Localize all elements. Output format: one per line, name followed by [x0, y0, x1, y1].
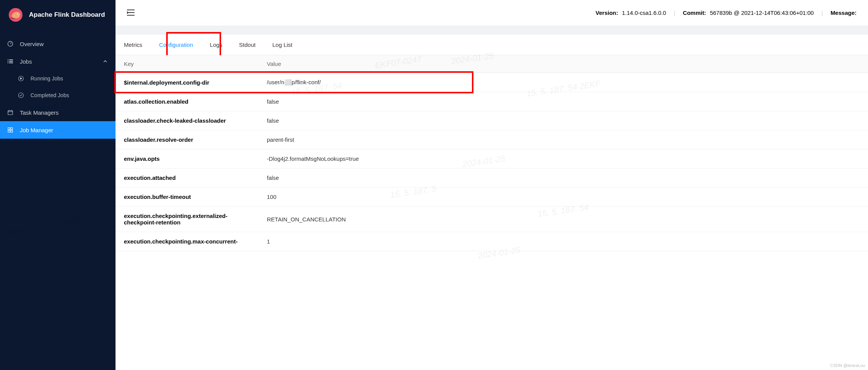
config-key: execution.attached [116, 168, 258, 187]
config-value: -Dlog4j2.formatMsgNoLookups=true [258, 149, 868, 168]
main: Version: 1.14.0-csa1.6.0.0 | Commit: 567… [116, 0, 868, 370]
nav: Overview Jobs Running Jobs [0, 32, 116, 139]
menu-toggle-icon[interactable] [127, 9, 135, 16]
sidebar-label: Overview [20, 41, 44, 47]
config-key: $internal.deployment.config-dir [116, 73, 258, 92]
csdn-watermark: CSDN @kiraraLou [830, 363, 865, 368]
commit-label: Commit: [683, 10, 706, 16]
svg-point-11 [19, 93, 24, 98]
config-value: parent-first [258, 130, 868, 149]
config-value: false [258, 168, 868, 187]
svg-rect-5 [9, 59, 13, 60]
config-key: execution.checkpointing.max-concurrent- [116, 232, 258, 251]
svg-rect-16 [11, 130, 13, 132]
config-key: execution.checkpointing.externalized-che… [116, 207, 258, 232]
svg-point-2 [18, 13, 19, 14]
check-circle-icon [18, 92, 24, 99]
sidebar-label: Job Manager [20, 127, 53, 133]
config-key: atlas.collection.enabled [116, 92, 258, 111]
topbar-info: Version: 1.14.0-csa1.6.0.0 | Commit: 567… [595, 10, 857, 16]
sidebar-label: Jobs [20, 58, 32, 65]
config-table-wrap: Key Value $internal.deployment.config-di… [116, 55, 868, 251]
content: Metrics Configuration Logs Stdout Log Li… [116, 35, 868, 251]
table-row: execution.checkpointing.max-concurrent-1 [116, 232, 868, 251]
config-value: 100 [258, 187, 868, 207]
play-circle-icon [18, 75, 24, 82]
separator: | [674, 10, 675, 16]
config-value: RETAIN_ON_CANCELLATION [258, 207, 868, 232]
svg-rect-13 [8, 128, 10, 130]
schedule-icon [7, 109, 14, 116]
table-row: classloader.resolve-orderparent-first [116, 130, 868, 149]
config-value: /user/n⬜p/flink-conf/ [258, 73, 868, 92]
config-value: 1 [258, 232, 868, 251]
tab-logs[interactable]: Logs [202, 35, 231, 55]
separator: | [821, 10, 823, 16]
table-row: execution.buffer-timeout100 [116, 187, 868, 207]
sidebar-label: Running Jobs [30, 75, 63, 82]
message-label: Message: [831, 10, 857, 16]
sidebar-item-job-manager[interactable]: Job Manager [0, 121, 116, 139]
tab-log-list[interactable]: Log List [264, 35, 301, 55]
sidebar-item-task-managers[interactable]: Task Managers [0, 104, 116, 121]
spacer [116, 26, 868, 35]
commit-value: 567839b @ 2021-12-14T06:43:06+01:00 [710, 10, 814, 16]
bars-icon [7, 58, 14, 65]
config-value: false [258, 92, 868, 111]
brand-title: Apache Flink Dashboard [29, 11, 105, 19]
sidebar-item-jobs[interactable]: Jobs [0, 53, 116, 70]
version-value: 1.14.0-csa1.6.0.0 [622, 10, 666, 16]
config-key: execution.buffer-timeout [116, 187, 258, 207]
svg-rect-7 [9, 61, 13, 62]
sidebar-item-running-jobs[interactable]: Running Jobs [11, 70, 116, 87]
svg-rect-9 [9, 62, 13, 63]
flink-logo-icon [8, 7, 24, 23]
svg-rect-15 [8, 130, 10, 132]
config-key: classloader.resolve-order [116, 130, 258, 149]
svg-rect-4 [8, 59, 8, 60]
tab-stdout[interactable]: Stdout [231, 35, 264, 55]
table-row: classloader.check-leaked-classloaderfals… [116, 111, 868, 130]
table-row: env.java.opts-Dlog4j2.formatMsgNoLookups… [116, 149, 868, 168]
tab-metrics[interactable]: Metrics [116, 35, 151, 55]
sidebar-item-overview[interactable]: Overview [0, 35, 116, 53]
table-row: execution.checkpointing.externalized-che… [116, 207, 868, 232]
config-table: Key Value $internal.deployment.config-di… [116, 55, 868, 251]
brand: Apache Flink Dashboard [0, 0, 116, 32]
table-row: $internal.deployment.config-dir/user/n⬜p… [116, 73, 868, 92]
tabs: Metrics Configuration Logs Stdout Log Li… [116, 35, 868, 55]
svg-rect-8 [8, 62, 8, 63]
version-label: Version: [595, 10, 618, 16]
config-key: classloader.check-leaked-classloader [116, 111, 258, 130]
table-row: execution.attachedfalse [116, 168, 868, 187]
sidebar: Apache Flink Dashboard Overview Jobs [0, 0, 116, 370]
chevron-up-icon [102, 58, 109, 65]
svg-rect-12 [8, 111, 13, 115]
dashboard-icon [7, 40, 14, 47]
col-value: Value [258, 55, 868, 73]
svg-rect-14 [11, 128, 13, 130]
sidebar-item-completed-jobs[interactable]: Completed Jobs [11, 87, 116, 104]
table-row: atlas.collection.enabledfalse [116, 92, 868, 111]
sidebar-label: Completed Jobs [30, 92, 69, 98]
sidebar-jobs-submenu: Running Jobs Completed Jobs [0, 70, 116, 104]
tab-configuration[interactable]: Configuration [151, 35, 201, 55]
col-key: Key [116, 55, 258, 73]
sidebar-label: Task Managers [20, 109, 59, 116]
topbar: Version: 1.14.0-csa1.6.0.0 | Commit: 567… [116, 0, 868, 26]
build-icon [7, 127, 14, 133]
config-key: env.java.opts [116, 149, 258, 168]
config-value: false [258, 111, 868, 130]
svg-rect-6 [8, 61, 8, 62]
